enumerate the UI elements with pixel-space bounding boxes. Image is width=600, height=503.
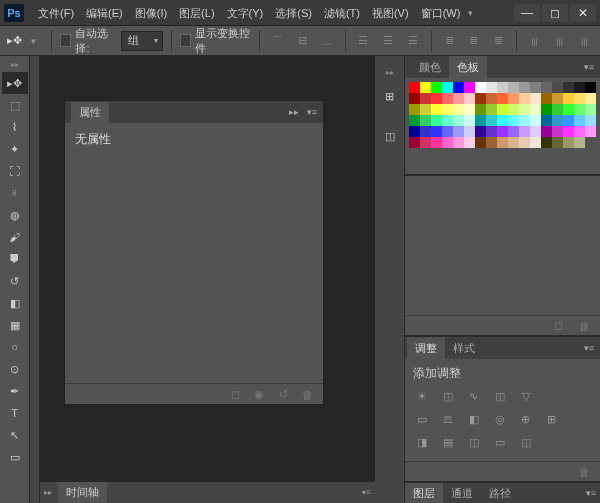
swatch[interactable] [530,82,541,93]
swatch[interactable] [563,82,574,93]
swatch[interactable] [519,104,530,115]
swatch[interactable] [585,115,596,126]
hue-icon[interactable]: ▭ [413,411,430,428]
swatch[interactable] [563,137,574,148]
menu-layer[interactable]: 图层(L) [173,0,220,26]
distribute-bottom-icon[interactable]: ≣ [489,30,508,52]
swatch[interactable] [574,137,585,148]
swatch[interactable] [420,137,431,148]
swatch[interactable] [486,104,497,115]
dodge-tool[interactable]: ⊙ [2,358,28,380]
align-bottom-icon[interactable]: ⎵ [318,30,337,52]
adj-trash-icon[interactable]: 🗑 [576,464,592,480]
swatch[interactable] [453,137,464,148]
menu-edit[interactable]: 编辑(E) [80,0,129,26]
clip-icon[interactable]: ◻ [227,387,243,403]
swatch[interactable] [409,137,420,148]
swatch[interactable] [486,137,497,148]
reset-icon[interactable]: ↺ [275,387,291,403]
swatch[interactable] [442,104,453,115]
stamp-tool[interactable]: ⛊ [2,248,28,270]
threshold-icon[interactable]: ◫ [465,434,482,451]
swatch[interactable] [409,82,420,93]
trash-icon[interactable]: 🗑 [299,387,315,403]
brush-tool[interactable]: 🖌 [2,226,28,248]
swatch[interactable] [442,93,453,104]
selective-color-icon[interactable]: ◫ [517,434,534,451]
align-hcenter-icon[interactable]: ☰ [379,30,398,52]
history-brush-tool[interactable]: ↺ [2,270,28,292]
swatch[interactable] [409,126,420,137]
panel-collapse-icon[interactable]: ▸▸ [289,107,299,117]
swatch[interactable] [409,104,420,115]
eraser-tool[interactable]: ◧ [2,292,28,314]
styles-tab[interactable]: 样式 [445,337,483,360]
delete-swatch-icon[interactable]: 🗑 [576,318,592,334]
blur-tool[interactable]: ○ [2,336,28,358]
swatch[interactable] [420,82,431,93]
menu-file[interactable]: 文件(F) [32,0,80,26]
menu-text[interactable]: 文字(Y) [221,0,270,26]
swatch[interactable] [431,93,442,104]
pen-tool[interactable]: ✒ [2,380,28,402]
swatch[interactable] [464,126,475,137]
swatch[interactable] [442,82,453,93]
swatch[interactable] [574,104,585,115]
swatch[interactable] [552,126,563,137]
path-select-tool[interactable]: ↖ [2,424,28,446]
left-collapse-bar[interactable] [30,56,40,503]
swatch[interactable] [409,115,420,126]
swatch[interactable] [519,82,530,93]
swatch[interactable] [453,82,464,93]
levels-icon[interactable]: ◫ [439,388,456,405]
swatch[interactable] [442,115,453,126]
autoselect-type-select[interactable]: 组 [121,31,163,51]
menu-select[interactable]: 选择(S) [269,0,318,26]
swatch[interactable] [431,82,442,93]
menu-view[interactable]: 视图(V) [366,0,415,26]
swatch[interactable] [541,137,552,148]
crop-tool[interactable]: ⛶ [2,160,28,182]
swatch[interactable] [453,126,464,137]
distribute-vcenter-icon[interactable]: ≣ [465,30,484,52]
swatch[interactable] [563,126,574,137]
brightness-icon[interactable]: ☀ [413,388,430,405]
balance-icon[interactable]: ⚖ [439,411,456,428]
color-panel-menu-icon[interactable]: ▾≡ [580,62,598,72]
channels-tab[interactable]: 通道 [443,483,481,504]
align-left-icon[interactable]: ☰ [354,30,373,52]
channel-mixer-icon[interactable]: ⊕ [517,411,534,428]
swatch[interactable] [431,115,442,126]
distribute-hcenter-icon[interactable]: ⫼ [550,30,569,52]
swatch[interactable] [541,82,552,93]
timeline-expand-icon[interactable]: ▸▸ [44,488,52,497]
dock-expand-icon[interactable]: ▸▸ [386,68,394,77]
swatch[interactable] [574,93,585,104]
swatch[interactable] [508,126,519,137]
mask-panel-button[interactable]: ◫ [379,125,401,147]
swatch[interactable] [585,126,596,137]
gradient-tool[interactable]: ▦ [2,314,28,336]
swatch[interactable] [530,93,541,104]
color-tab[interactable]: 颜色 [411,56,449,79]
maximize-button[interactable]: ◻ [542,4,568,22]
swatch[interactable] [431,104,442,115]
swatch[interactable] [442,126,453,137]
swatch[interactable] [497,104,508,115]
toolbar-overflow-icon[interactable]: ▾ [468,8,482,18]
swatch[interactable] [420,115,431,126]
properties-tab[interactable]: 属性 [71,102,109,123]
swatch[interactable] [552,93,563,104]
swatch[interactable] [530,104,541,115]
swatch[interactable] [541,104,552,115]
wand-tool[interactable]: ✦ [2,138,28,160]
swatch[interactable] [497,93,508,104]
minimize-button[interactable]: — [514,4,540,22]
swatch[interactable] [442,137,453,148]
adjustments-panel-menu-icon[interactable]: ▾≡ [580,343,598,353]
swatch[interactable] [574,126,585,137]
swatch[interactable] [563,93,574,104]
swatch[interactable] [552,82,563,93]
move-tool-icon[interactable]: ▸✥ [6,31,23,51]
swatch[interactable] [453,104,464,115]
